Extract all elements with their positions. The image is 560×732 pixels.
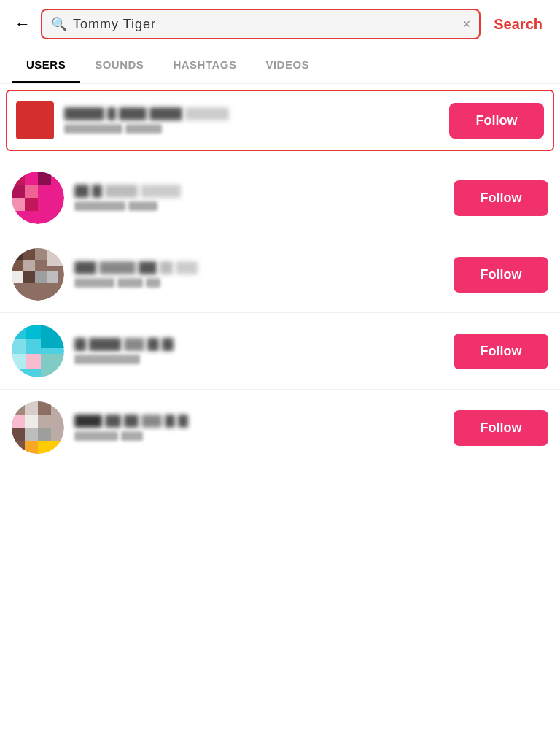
table-row: Follow [7,91,553,150]
tab-videos[interactable]: VIDEOS [251,48,324,83]
list-item: Follow [0,390,560,466]
sub-3a [74,278,114,288]
svg-rect-7 [12,198,25,211]
svg-rect-29 [41,354,64,377]
name-chunk-2 [107,107,116,120]
sub-5a [74,431,118,441]
svg-rect-40 [12,441,25,454]
n4d [147,338,159,351]
n3c [139,261,157,274]
svg-rect-31 [12,401,25,415]
avatar-image [16,101,54,139]
n3e [176,261,198,274]
subtext-row [64,124,439,134]
svg-rect-33 [38,401,51,415]
n5e [165,415,175,428]
follow-button[interactable]: Follow [454,257,548,293]
n3a [74,261,96,274]
avatar [12,401,64,454]
user-info [74,338,443,364]
avatar [12,172,64,224]
name-chunk-d [141,185,181,198]
n4c [124,338,144,351]
search-button[interactable]: Search [488,13,548,36]
category-tabs: USERS SOUNDS HASHTAGS VIDEOS [0,48,560,84]
svg-rect-4 [25,185,38,198]
svg-rect-28 [26,354,41,369]
highlighted-user-container: Follow [6,90,554,151]
svg-rect-14 [23,260,35,271]
username-row [74,415,443,428]
follow-button[interactable]: Follow [449,103,544,139]
subtext-row [74,278,443,288]
sub-3c [146,278,160,288]
sub-5b [121,431,143,441]
svg-rect-34 [12,415,25,428]
subtext-row [74,201,443,211]
svg-rect-41 [25,441,38,454]
n5d [141,415,162,428]
username-row [74,261,443,274]
svg-rect-1 [12,172,25,185]
svg-rect-3 [12,185,25,198]
svg-rect-15 [35,260,47,271]
svg-rect-22 [12,325,26,339]
n4b [89,338,121,351]
avatar [16,101,54,139]
search-input[interactable] [73,17,463,32]
svg-rect-32 [25,401,38,415]
svg-rect-8 [25,198,38,211]
n5b [105,415,121,428]
svg-rect-2 [25,172,38,185]
search-bar: 🔍 × [41,9,481,39]
subtext-row [74,431,443,441]
name-chunk-a [74,185,89,198]
svg-rect-35 [25,415,38,428]
svg-rect-39 [38,428,51,441]
avatar [12,248,64,301]
follow-button[interactable]: Follow [454,410,548,446]
tab-sounds[interactable]: SOUNDS [80,48,158,83]
name-chunk-3 [119,107,147,120]
list-item: Follow [0,313,560,390]
svg-rect-12 [35,248,47,260]
clear-button[interactable]: × [463,17,471,32]
n3b [99,261,136,274]
name-chunk-4 [149,107,182,120]
svg-rect-18 [23,271,35,283]
name-chunk-c [105,185,138,198]
user-info [74,185,443,211]
name-chunk-5 [185,107,229,120]
username-row [64,107,439,120]
n5c [124,415,139,428]
user-info [74,261,443,288]
svg-rect-13 [12,260,23,271]
follow-button[interactable]: Follow [454,180,548,216]
svg-rect-26 [41,325,64,348]
svg-rect-16 [47,248,64,266]
n5f [178,415,188,428]
sub-2a [74,201,125,211]
svg-rect-5 [38,172,51,185]
back-button[interactable]: ← [12,12,34,36]
avatar [12,325,64,377]
sub-3b [117,278,143,288]
tab-users[interactable]: USERS [12,48,80,83]
name-chunk-1 [64,107,104,120]
user-list: Follow [0,90,560,466]
name-chunk-b [92,185,102,198]
tab-hashtags[interactable]: HASHTAGS [158,48,251,83]
svg-rect-6 [38,185,51,198]
n4a [74,338,86,351]
sub-chunk-2 [125,124,162,134]
follow-button[interactable]: Follow [454,334,548,369]
search-icon: 🔍 [51,16,67,32]
search-header: ← 🔍 × Search [0,0,560,48]
user-info [64,107,439,134]
list-item: Follow [0,160,560,236]
n3d [160,261,173,274]
svg-rect-23 [26,325,41,339]
svg-rect-27 [12,354,26,369]
svg-rect-38 [25,428,38,441]
sub-4a [74,355,140,364]
